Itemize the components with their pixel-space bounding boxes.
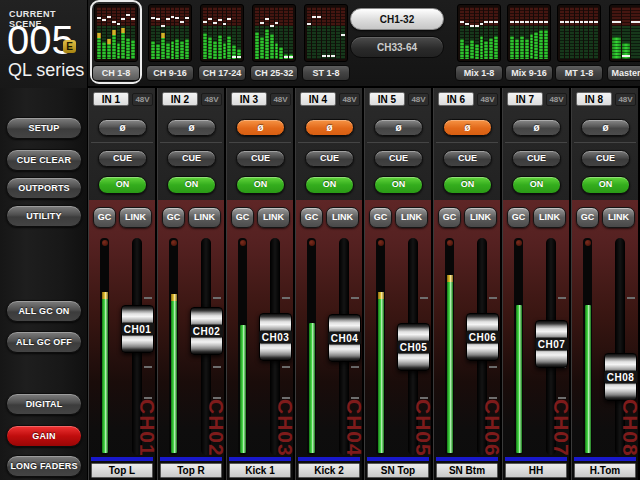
cue-button[interactable]: CUE [305,150,354,167]
fader-knob[interactable]: CH01 [121,305,154,353]
link-button[interactable]: LINK [326,207,359,228]
channel-name-button[interactable]: SN Btm [436,463,498,478]
link-button[interactable]: LINK [464,207,497,228]
bank-button-ch33-64[interactable]: CH33-64 [350,36,444,58]
phase-button[interactable]: ø [305,119,354,136]
phantom-48v-button[interactable]: 48V [546,93,567,106]
cue-button[interactable]: CUE [167,150,216,167]
bank-button-ch1-32[interactable]: CH1-32 [350,8,444,30]
input-patch-button[interactable]: IN 6 [438,92,474,106]
channel-on-button[interactable]: ON [512,176,561,194]
link-button[interactable]: LINK [188,207,221,228]
phantom-48v-button[interactable]: 48V [339,93,360,106]
cue-button[interactable]: CUE [236,150,285,167]
channel-name-button[interactable]: SN Top [367,463,429,478]
cue-button[interactable]: CUE [512,150,561,167]
meter-block-label[interactable]: CH 17-24 [198,65,246,81]
fader-knob[interactable]: CH02 [190,307,223,355]
meter-block-label[interactable]: Mix 1-8 [455,65,503,81]
gain-compensation-button[interactable]: GC [369,207,392,228]
gain-compensation-button[interactable]: GC [162,207,185,228]
link-button[interactable]: LINK [602,207,635,228]
fader-knob[interactable]: CH04 [328,314,361,362]
sidebar-button-outports[interactable]: OUTPORTS [6,177,82,199]
fader-knob[interactable]: CH08 [604,353,637,401]
meter-block-mix-9-16[interactable]: Mix 9-16 [505,2,553,82]
meter-block-ch-1-8[interactable]: CH 1-8 [92,2,140,82]
phase-button[interactable]: ø [98,119,147,136]
fader-knob[interactable]: CH05 [397,323,430,371]
input-patch-button[interactable]: IN 3 [231,92,267,106]
phantom-48v-button[interactable]: 48V [132,93,153,106]
channel-name-button[interactable]: Top R [160,463,222,478]
gain-compensation-button[interactable]: GC [231,207,254,228]
gain-compensation-button[interactable]: GC [300,207,323,228]
input-patch-button[interactable]: IN 2 [162,92,198,106]
channel-name-button[interactable]: H.Tom [574,463,636,478]
meter-block-label[interactable]: Mix 9-16 [505,65,553,81]
cue-button[interactable]: CUE [581,150,630,167]
input-patch-button[interactable]: IN 4 [300,92,336,106]
meter-block-ch-9-16[interactable]: CH 9-16 [146,2,194,82]
fader-knob[interactable]: CH07 [535,320,568,368]
phase-button[interactable]: ø [581,119,630,136]
link-button[interactable]: LINK [119,207,152,228]
meter-block-label[interactable]: CH 1-8 [92,65,140,81]
gain-compensation-button[interactable]: GC [438,207,461,228]
sidebar-button-cue-clear[interactable]: CUE CLEAR [6,149,82,171]
channel-on-button[interactable]: ON [236,176,285,194]
channel-on-button[interactable]: ON [443,176,492,194]
link-button[interactable]: LINK [395,207,428,228]
channel-name-button[interactable]: Kick 2 [298,463,360,478]
sidebar-button-utility[interactable]: UTILITY [6,205,82,227]
phase-button[interactable]: ø [167,119,216,136]
gain-compensation-button[interactable]: GC [576,207,599,228]
channel-name-button[interactable]: Kick 1 [229,463,291,478]
cue-button[interactable]: CUE [374,150,423,167]
channel-on-button[interactable]: ON [98,176,147,194]
meter-block-label[interactable]: Master [607,65,640,81]
phantom-48v-button[interactable]: 48V [270,93,291,106]
input-patch-button[interactable]: IN 7 [507,92,543,106]
meter-block-label[interactable]: CH 9-16 [146,65,194,81]
meter-block-master[interactable]: Master [607,2,640,82]
input-patch-button[interactable]: IN 5 [369,92,405,106]
phase-button[interactable]: ø [236,119,285,136]
sidebar-button-setup[interactable]: SETUP [6,117,82,139]
cue-button[interactable]: CUE [98,150,147,167]
phantom-48v-button[interactable]: 48V [408,93,429,106]
channel-name-button[interactable]: HH [505,463,567,478]
channel-on-button[interactable]: ON [581,176,630,194]
sidebar-button-digital[interactable]: DIGITAL [6,393,82,415]
meter-block-st-1-8[interactable]: ST 1-8 [302,2,350,82]
cue-button[interactable]: CUE [443,150,492,167]
gain-compensation-button[interactable]: GC [507,207,530,228]
phase-button[interactable]: ø [512,119,561,136]
fader-knob[interactable]: CH03 [259,313,292,361]
phantom-48v-button[interactable]: 48V [615,93,636,106]
phantom-48v-button[interactable]: 48V [201,93,222,106]
meter-block-mt-1-8[interactable]: MT 1-8 [555,2,603,82]
channel-name-button[interactable]: Top L [91,463,153,478]
sidebar-button-long-faders[interactable]: LONG FADERS [6,455,82,477]
gain-compensation-button[interactable]: GC [93,207,116,228]
meter-block-label[interactable]: CH 25-32 [250,65,298,81]
meter-block-label[interactable]: ST 1-8 [302,65,350,81]
meter-block-label[interactable]: MT 1-8 [555,65,603,81]
input-patch-button[interactable]: IN 8 [576,92,612,106]
fader-knob[interactable]: CH06 [466,313,499,361]
meter-block-mix-1-8[interactable]: Mix 1-8 [455,2,503,82]
phantom-48v-button[interactable]: 48V [477,93,498,106]
input-patch-button[interactable]: IN 1 [93,92,129,106]
link-button[interactable]: LINK [533,207,566,228]
sidebar-button-gain[interactable]: GAIN [6,425,82,447]
channel-on-button[interactable]: ON [167,176,216,194]
phase-button[interactable]: ø [443,119,492,136]
meter-block-ch-25-32[interactable]: CH 25-32 [250,2,298,82]
link-button[interactable]: LINK [257,207,290,228]
sidebar-button-all-gc-off[interactable]: ALL GC OFF [6,331,82,353]
sidebar-button-all-gc-on[interactable]: ALL GC ON [6,300,82,322]
meter-block-ch-17-24[interactable]: CH 17-24 [198,2,246,82]
phase-button[interactable]: ø [374,119,423,136]
channel-on-button[interactable]: ON [374,176,423,194]
